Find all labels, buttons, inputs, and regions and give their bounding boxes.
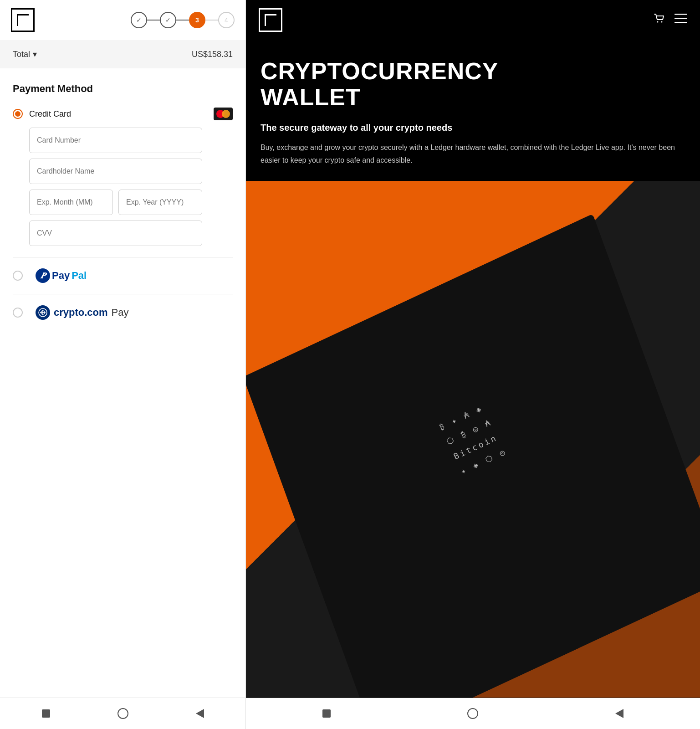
right-panel: CRYPTOCURRENCY WALLET The secure gateway… [246,0,700,729]
crypto-image-section: ₿ ✦ ₳ ◈ ⬡ ₿ ◎ ₳ Bitcoin ✦ ◈ ⬡ ◎ [246,181,700,698]
wallet-description: Buy, exchange and grow your crypto secur… [261,141,685,166]
crypto-icon [36,305,50,320]
step-2[interactable]: ✓ [160,12,176,28]
svg-point-2 [657,21,659,23]
paypal-text-pal: Pal [72,270,87,282]
left-bottom-nav [0,698,245,729]
divider-1 [13,257,233,257]
crypto-pay-option[interactable]: crypto.com Pay [13,305,233,320]
card-number-input[interactable] [29,128,202,153]
crypto-radio[interactable] [13,308,23,318]
paypal-text-pay: Pay [52,270,70,282]
right-back-icon [615,709,623,718]
crypto-pay-text: Pay [112,307,129,318]
mc-orange-circle [222,110,230,118]
step-1-label: ✓ [136,16,142,24]
step-3-label: 3 [195,16,199,24]
step-line-3 [205,20,218,21]
cvv-input[interactable] [29,221,202,246]
left-panel: ✓ ✓ 3 4 Total ▾ US$158.31 Payment Method [0,0,246,729]
step-4[interactable]: 4 [218,12,235,28]
left-logo [11,8,35,32]
svg-point-3 [661,21,663,23]
total-label[interactable]: Total ▾ [13,49,37,59]
svg-rect-6 [674,22,687,23]
wallet-title: CRYPTOCURRENCY WALLET [261,58,685,110]
step-2-label: ✓ [165,16,171,24]
crypto-display-text: ₿ ✦ ₳ ◈ ⬡ ₿ ◎ ₳ Bitcoin ✦ ◈ ⬡ ◎ [437,399,510,480]
cart-icon[interactable] [653,12,665,28]
mastercard-icon [214,108,233,120]
total-dropdown-icon: ▾ [33,49,37,59]
right-logo [259,8,282,32]
divider-2 [13,294,233,294]
right-square-icon [322,709,331,718]
credit-card-label: Credit Card [29,109,71,119]
step-3[interactable]: 3 [189,12,205,28]
step-line-2 [176,20,189,21]
card-form [29,128,233,246]
crypto-logo: crypto.com Pay [36,305,129,320]
paypal-p: 𝑷 [41,271,46,281]
right-circle-icon [467,708,478,719]
left-header: ✓ ✓ 3 4 [0,0,245,40]
left-nav-back[interactable] [192,705,208,722]
crypto-com-text: crypto.com [54,307,108,318]
expiry-row [29,190,233,215]
cardholder-name-input[interactable] [29,159,202,184]
crypto-content: CRYPTOCURRENCY WALLET The secure gateway… [246,40,700,181]
step-4-label: 4 [225,16,228,24]
wallet-subtitle: The secure gateway to all your crypto ne… [261,121,685,134]
credit-card-radio[interactable] [13,109,23,119]
total-text: Total [13,50,30,59]
right-logo-inner [265,14,276,26]
step-line-1 [147,20,160,21]
square-icon [42,709,50,718]
total-bar: Total ▾ US$158.31 [0,40,245,68]
svg-rect-4 [674,14,687,15]
right-nav-back[interactable] [611,705,628,722]
svg-rect-5 [674,18,687,19]
right-header [246,0,700,40]
right-icons [653,12,687,28]
back-icon [196,709,204,718]
left-nav-home[interactable] [115,705,131,722]
exp-month-input[interactable] [29,190,113,215]
payment-method-title: Payment Method [13,83,233,95]
menu-icon[interactable] [674,14,687,26]
paypal-logo: 𝑷 PayPal [36,268,87,283]
left-logo-inner [17,14,29,26]
payment-section: Payment Method Credit Card [0,68,245,698]
right-bottom-nav [246,698,700,729]
step-1[interactable]: ✓ [131,12,147,28]
paypal-icon: 𝑷 [36,268,50,283]
right-nav-square[interactable] [318,705,335,722]
right-nav-home[interactable] [465,705,481,722]
wallet-title-line2: WALLET [261,84,361,110]
exp-year-input[interactable] [118,190,202,215]
steps-container: ✓ ✓ 3 4 [131,12,235,28]
paypal-radio[interactable] [13,271,23,281]
wallet-title-line1: CRYPTOCURRENCY [261,58,499,84]
total-amount: US$158.31 [192,50,233,59]
left-nav-square[interactable] [38,705,54,722]
credit-card-option[interactable]: Credit Card [13,108,233,120]
paypal-option[interactable]: 𝑷 PayPal [13,268,233,283]
mastercard-logo [214,108,233,120]
circle-icon [118,708,128,719]
